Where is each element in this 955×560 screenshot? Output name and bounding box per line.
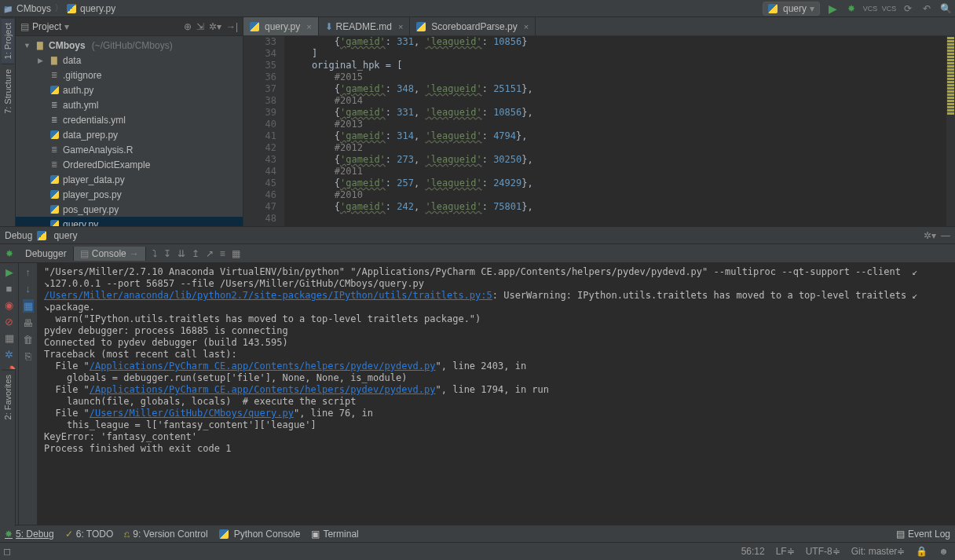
breakpoints-icon[interactable]: ◉ <box>5 299 13 311</box>
run-button[interactable]: ▶ <box>826 2 839 15</box>
yaml-icon: ≣ <box>49 100 60 111</box>
settings-icon[interactable]: ▦ <box>232 248 240 259</box>
step-out-icon[interactable]: ↥ <box>192 248 199 259</box>
hide-icon[interactable]: — <box>941 230 950 241</box>
python-icon <box>49 189 60 200</box>
console-output[interactable]: "/Users/Miller/2.7.10 Anaconda VirtualEN… <box>38 263 955 525</box>
tree-item[interactable]: ≣credentials.yml <box>16 112 243 127</box>
lock-icon[interactable]: 🔒 <box>916 546 928 557</box>
tab-console-label: Console <box>92 248 126 259</box>
tree-item[interactable]: player_data.py <box>16 172 243 187</box>
chevron-down-icon[interactable]: ▼ <box>24 42 31 49</box>
code-area[interactable]: {'gameid': 331, 'leagueid': 10856} ] ori… <box>284 36 946 226</box>
tree-root[interactable]: ▼ ▇ CMboys (~/GitHub/CMboys) <box>16 38 243 53</box>
rail-structure[interactable]: 7: Structure <box>2 64 14 119</box>
btab-debug-label: 5: Debug <box>16 529 54 540</box>
down-icon[interactable]: ↓ <box>25 283 31 295</box>
btab-todo[interactable]: ✓6: TODO <box>65 529 114 540</box>
chevron-icon[interactable]: ▶ <box>38 57 46 64</box>
force-step-into-icon[interactable]: ⇊ <box>177 248 185 259</box>
btab-terminal-label: Terminal <box>323 529 358 540</box>
gutter[interactable]: 33343536373839404142434445464748 <box>243 36 284 226</box>
tree-item[interactable]: player_pos.py <box>16 187 243 202</box>
search-icon[interactable]: 🔍 <box>939 2 952 15</box>
debug-button[interactable]: ✸ <box>845 2 858 15</box>
trash-icon[interactable]: 🗑 <box>23 334 33 346</box>
rerun-icon[interactable]: ▶ <box>5 266 13 278</box>
tree-item[interactable]: query.py <box>16 217 243 226</box>
debug-title-label: Debug <box>5 230 32 241</box>
breadcrumb-root[interactable]: CMboys <box>16 3 51 14</box>
run-config-selector[interactable]: query ▾ <box>763 2 820 16</box>
debug-title-target: query <box>53 230 77 241</box>
status-caret-pos[interactable]: 56:12 <box>741 546 765 557</box>
hide-icon[interactable]: →| <box>226 21 238 32</box>
tree-item[interactable]: data_prep.py <box>16 127 243 142</box>
tree-item[interactable]: ≣GameAnalysis.R <box>16 142 243 157</box>
run-config-label: query <box>783 3 807 14</box>
hector-icon[interactable]: ☻ <box>939 546 949 557</box>
btab-vcs[interactable]: ⎌9: Version Control <box>124 529 207 540</box>
tree-item[interactable]: ≣auth.yml <box>16 97 243 112</box>
rail-project[interactable]: 1: Project <box>2 17 14 64</box>
chevron-down-icon[interactable]: ▾ <box>64 21 69 32</box>
step-into-icon[interactable]: ↧ <box>163 248 171 259</box>
editor-tab[interactable]: ⬇README.md× <box>319 17 411 35</box>
btab-debug[interactable]: ✸5: Debug <box>5 529 54 540</box>
gear-icon[interactable]: ✲▾ <box>209 21 221 32</box>
tree-item[interactable]: ▶▇data <box>16 53 243 68</box>
toolbar-right: query ▾ ▶ ✸ VCS VCS ⟳ ↶ 🔍 <box>763 2 952 16</box>
tab-console[interactable]: ▤ Console → <box>74 247 146 261</box>
project-tree[interactable]: ▼ ▇ CMboys (~/GitHub/CMboys) ▶▇data≣.git… <box>16 36 243 226</box>
status-git[interactable]: Git: master≑ <box>851 546 906 557</box>
frames-icon[interactable]: ▦ <box>23 299 34 313</box>
tree-item-label: GameAnalysis.R <box>63 145 133 156</box>
stop-icon[interactable]: ■ <box>6 283 13 295</box>
layout-icon[interactable]: ▦ <box>5 332 14 344</box>
update-icon[interactable]: ⟳ <box>902 2 914 15</box>
close-icon[interactable]: × <box>306 22 311 31</box>
evaluate-icon[interactable]: ≡ <box>220 248 225 259</box>
error-stripe[interactable] <box>946 36 955 226</box>
rail-favorites[interactable]: 2: Favorites <box>2 369 14 424</box>
undo-icon[interactable]: ↶ <box>920 2 933 15</box>
tab-debugger[interactable]: Debugger <box>19 247 74 261</box>
btab-eventlog[interactable]: ▤Event Log <box>896 529 950 540</box>
tree-root-path: (~/GitHub/CMboys) <box>92 40 173 51</box>
python-icon <box>49 204 60 215</box>
tree-item-label: player_data.py <box>63 174 125 185</box>
print-icon[interactable]: 🖶 <box>23 317 33 329</box>
vcs-label-2: VCS <box>883 2 895 15</box>
tree-item[interactable]: ≣OrderedDictExample <box>16 157 243 172</box>
tree-item[interactable]: ≣.gitignore <box>16 68 243 82</box>
run-to-cursor-icon[interactable]: ↗ <box>206 248 214 259</box>
btab-terminal[interactable]: ▣Terminal <box>311 529 358 540</box>
tree-item[interactable]: pos_query.py <box>16 202 243 217</box>
status-encoding[interactable]: UTF-8≑ <box>806 546 840 557</box>
editor-tab[interactable]: ScoreboardParse.py× <box>410 17 536 35</box>
close-icon[interactable]: × <box>524 22 529 31</box>
status-line-ending[interactable]: LF≑ <box>776 546 795 557</box>
collapse-all-icon[interactable]: ⇲ <box>196 21 204 32</box>
python-icon <box>416 22 426 31</box>
scroll-from-source-icon[interactable]: ⊕ <box>184 21 192 32</box>
status-bar: ◻ 56:12 LF≑ UTF-8≑ Git: master≑ 🔒 ☻ <box>0 542 955 559</box>
editor-tab[interactable]: query.py× <box>243 17 319 35</box>
chevron-down-icon: ▾ <box>810 3 814 14</box>
status-square-icon[interactable]: ◻ <box>3 546 11 557</box>
tree-item-label: data <box>63 55 81 66</box>
breadcrumb-file[interactable]: query.py <box>80 3 115 14</box>
close-icon[interactable]: × <box>398 22 403 31</box>
tab-label: ScoreboardParse.py <box>431 21 517 32</box>
up-icon[interactable]: ↑ <box>25 266 31 278</box>
export-icon[interactable]: ⎘ <box>25 350 31 362</box>
gear-icon[interactable]: ✲▾ <box>924 230 936 241</box>
tree-item-label: .gitignore <box>63 70 101 81</box>
tree-item[interactable]: auth.py <box>16 82 243 97</box>
step-over-icon[interactable]: ⤵ <box>152 248 157 259</box>
settings-icon[interactable]: ✲ <box>5 349 13 361</box>
tree-item-label: pos_query.py <box>63 204 119 215</box>
breadcrumb[interactable]: CMboys 〉 query.py <box>3 2 115 15</box>
mute-breakpoints-icon[interactable]: ⊘ <box>5 316 13 328</box>
btab-pyconsole[interactable]: Python Console <box>219 529 301 540</box>
